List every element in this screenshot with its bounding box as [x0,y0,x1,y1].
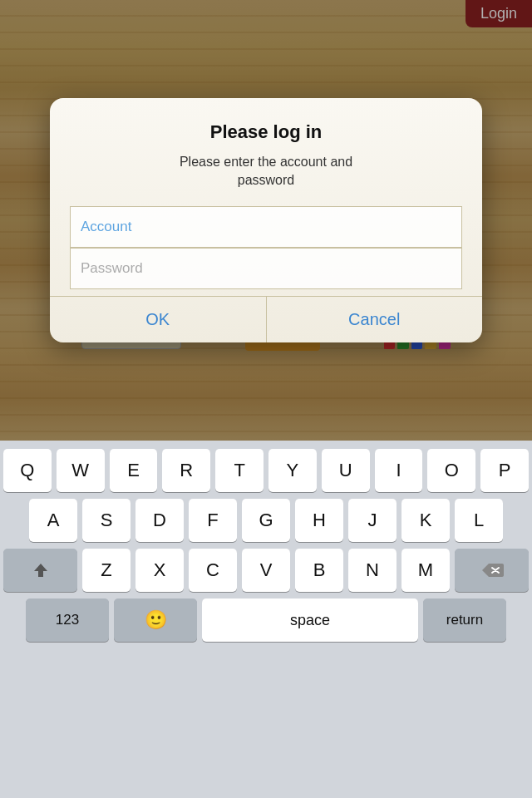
cancel-button[interactable]: Cancel [267,297,483,342]
dialog-subtitle: Please enter the account andpassword [70,153,462,190]
key-w[interactable]: W [57,449,105,492]
key-z[interactable]: Z [82,549,131,592]
key-n[interactable]: N [348,549,397,592]
dialog-content: Please log in Please enter the account a… [50,98,482,290]
account-input[interactable] [70,206,462,247]
key-k[interactable]: K [401,499,450,542]
keyboard-row-2: A S D F G H J K L [0,499,532,542]
key-l[interactable]: L [455,499,503,542]
key-m[interactable]: M [401,549,450,592]
keyboard-row-3: Z X C V B N M [0,549,532,592]
shift-key[interactable] [3,549,77,592]
key-a[interactable]: A [29,499,77,542]
dialog-title: Please log in [70,121,462,143]
key-x[interactable]: X [135,549,184,592]
numbers-key[interactable]: 123 [26,598,109,642]
key-p[interactable]: P [480,449,529,492]
key-s[interactable]: S [82,499,131,542]
key-c[interactable]: C [189,549,237,592]
key-g[interactable]: G [242,499,290,542]
return-key[interactable]: return [423,598,506,642]
key-h[interactable]: H [295,499,343,542]
dialog-buttons: OK Cancel [50,296,482,342]
key-i[interactable]: I [375,449,423,492]
password-input[interactable] [70,248,462,289]
key-u[interactable]: U [322,449,370,492]
key-d[interactable]: D [135,499,184,542]
keyboard-row-4: 123 🙂 space return [0,598,532,642]
space-key[interactable]: space [202,598,418,642]
emoji-key[interactable]: 🙂 [114,598,197,642]
key-t[interactable]: T [215,449,264,492]
keyboard-row-1: Q W E R T Y U I O P [0,449,532,492]
backspace-key[interactable] [455,549,529,592]
keyboard: Q W E R T Y U I O P A S D F G H J K L Z … [0,441,532,798]
shift-icon [31,560,51,580]
login-dialog: Please log in Please enter the account a… [50,98,482,343]
backspace-icon [480,562,504,579]
key-v[interactable]: V [242,549,290,592]
key-b[interactable]: B [295,549,343,592]
key-y[interactable]: Y [268,449,317,492]
ok-button[interactable]: OK [50,297,266,342]
dialog-inputs [70,206,462,289]
key-j[interactable]: J [348,499,397,542]
key-q[interactable]: Q [3,449,52,492]
modal-overlay: Please log in Please enter the account a… [0,0,532,441]
key-f[interactable]: F [189,499,237,542]
key-e[interactable]: E [110,449,158,492]
key-o[interactable]: O [427,449,475,492]
key-r[interactable]: R [162,449,210,492]
